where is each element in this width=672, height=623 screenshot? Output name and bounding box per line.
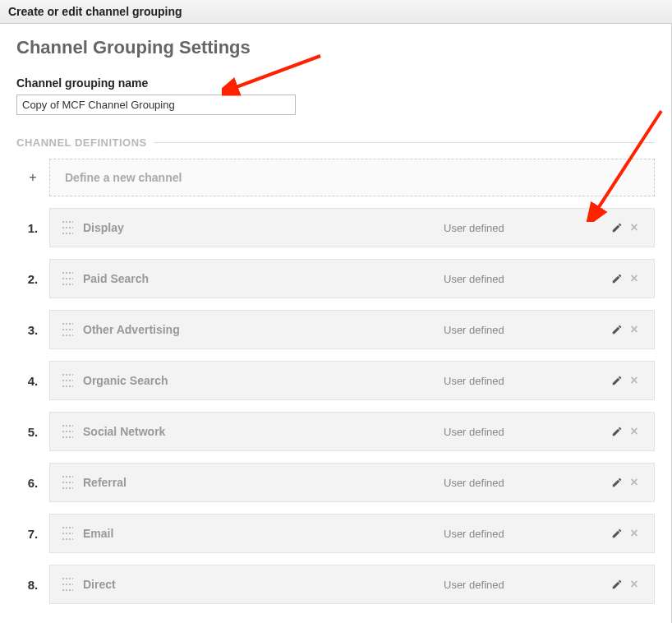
channel-box[interactable]: DisplayUser defined× bbox=[49, 208, 655, 247]
define-new-channel-box[interactable]: Define a new channel bbox=[49, 159, 655, 196]
pencil-icon[interactable] bbox=[608, 426, 626, 437]
channel-name: Paid Search bbox=[83, 272, 444, 285]
close-icon[interactable]: × bbox=[626, 220, 642, 235]
channel-box[interactable]: DirectUser defined× bbox=[49, 565, 655, 604]
drag-handle-icon[interactable] bbox=[62, 578, 73, 591]
close-icon[interactable]: × bbox=[626, 322, 642, 337]
close-icon[interactable]: × bbox=[626, 526, 642, 541]
row-number: 4. bbox=[16, 361, 49, 400]
channel-row: 1.DisplayUser defined× bbox=[16, 208, 655, 247]
pencil-icon[interactable] bbox=[608, 324, 626, 335]
pencil-icon[interactable] bbox=[608, 477, 626, 488]
channel-box[interactable]: Paid SearchUser defined× bbox=[49, 259, 655, 298]
content-area: Channel Grouping Settings Channel groupi… bbox=[0, 24, 672, 623]
pencil-icon[interactable] bbox=[608, 273, 626, 284]
channel-type: User defined bbox=[444, 324, 608, 336]
name-field-label: Channel grouping name bbox=[16, 76, 655, 90]
drag-handle-icon[interactable] bbox=[62, 221, 73, 234]
channel-box[interactable]: Social NetworkUser defined× bbox=[49, 412, 655, 451]
drag-handle-icon[interactable] bbox=[62, 476, 73, 489]
channel-name: Other Advertising bbox=[83, 323, 444, 336]
row-number: 2. bbox=[16, 259, 49, 298]
channel-list: + Define a new channel 1.DisplayUser def… bbox=[16, 159, 655, 604]
channel-name: Direct bbox=[83, 578, 444, 591]
pencil-icon[interactable] bbox=[608, 375, 626, 386]
channel-row: 7.EmailUser defined× bbox=[16, 514, 655, 553]
channel-name: Display bbox=[83, 221, 444, 234]
dialog-header: Create or edit channel grouping bbox=[0, 0, 672, 24]
drag-handle-icon[interactable] bbox=[62, 527, 73, 540]
close-icon[interactable]: × bbox=[626, 577, 642, 592]
channel-box[interactable]: Other AdvertisingUser defined× bbox=[49, 310, 655, 349]
close-icon[interactable]: × bbox=[626, 271, 642, 286]
channel-type: User defined bbox=[444, 528, 608, 540]
pencil-icon[interactable] bbox=[608, 528, 626, 539]
define-new-channel-row[interactable]: + Define a new channel bbox=[16, 159, 655, 196]
drag-handle-icon[interactable] bbox=[62, 425, 73, 438]
channel-type: User defined bbox=[444, 426, 608, 438]
plus-icon[interactable]: + bbox=[16, 159, 49, 196]
channel-type: User defined bbox=[444, 273, 608, 285]
close-icon[interactable]: × bbox=[626, 475, 642, 490]
channel-row: 3.Other AdvertisingUser defined× bbox=[16, 310, 655, 349]
channel-name: Referral bbox=[83, 476, 444, 489]
row-number: 7. bbox=[16, 514, 49, 553]
drag-handle-icon[interactable] bbox=[62, 374, 73, 387]
page-title: Channel Grouping Settings bbox=[16, 37, 655, 58]
channel-box[interactable]: EmailUser defined× bbox=[49, 514, 655, 553]
channel-definitions-heading: CHANNEL DEFINITIONS bbox=[16, 136, 655, 149]
row-number: 1. bbox=[16, 208, 49, 247]
channel-name: Email bbox=[83, 527, 444, 540]
channel-box[interactable]: Organic SearchUser defined× bbox=[49, 361, 655, 400]
channel-box[interactable]: ReferralUser defined× bbox=[49, 463, 655, 502]
channel-name: Social Network bbox=[83, 425, 444, 438]
row-number: 6. bbox=[16, 463, 49, 502]
pencil-icon[interactable] bbox=[608, 222, 626, 233]
close-icon[interactable]: × bbox=[626, 424, 642, 439]
channel-type: User defined bbox=[444, 375, 608, 387]
drag-handle-icon[interactable] bbox=[62, 323, 73, 336]
channel-row: 6.ReferralUser defined× bbox=[16, 463, 655, 502]
channel-row: 4.Organic SearchUser defined× bbox=[16, 361, 655, 400]
channel-name: Organic Search bbox=[83, 374, 444, 387]
drag-handle-icon[interactable] bbox=[62, 272, 73, 285]
channel-type: User defined bbox=[444, 222, 608, 234]
row-number: 3. bbox=[16, 310, 49, 349]
row-number: 5. bbox=[16, 412, 49, 451]
dialog-title: Create or edit channel grouping bbox=[8, 5, 182, 18]
pencil-icon[interactable] bbox=[608, 579, 626, 590]
channel-row: 8.DirectUser defined× bbox=[16, 565, 655, 604]
channel-type: User defined bbox=[444, 579, 608, 591]
channel-row: 2.Paid SearchUser defined× bbox=[16, 259, 655, 298]
channel-row: 5.Social NetworkUser defined× bbox=[16, 412, 655, 451]
row-number: 8. bbox=[16, 565, 49, 604]
channel-grouping-name-input[interactable] bbox=[16, 95, 296, 115]
close-icon[interactable]: × bbox=[626, 373, 642, 388]
channel-type: User defined bbox=[444, 477, 608, 489]
